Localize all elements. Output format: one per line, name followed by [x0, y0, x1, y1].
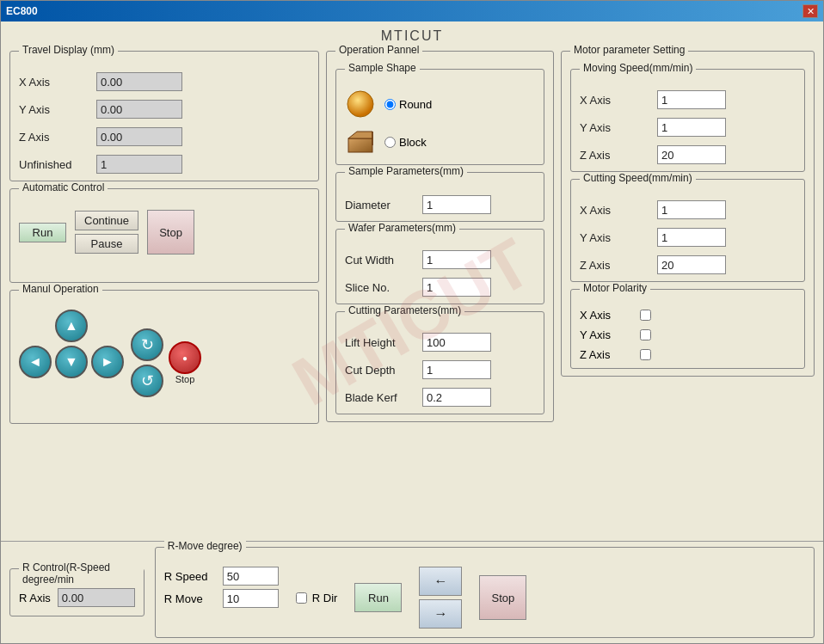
polarity-x-checkbox[interactable]: [640, 310, 651, 321]
cut-depth-input[interactable]: [422, 360, 491, 379]
lift-height-input[interactable]: [422, 333, 491, 352]
motor-polarity-title: Motor Polarity: [580, 282, 650, 294]
r-move-input[interactable]: [223, 589, 279, 608]
polarity-x-label: X Axis: [580, 309, 640, 322]
polarity-x-row: X Axis: [580, 309, 796, 322]
cutting-y-label: Y Axis: [580, 231, 657, 244]
z-axis-row: Z Axis: [19, 127, 310, 146]
continue-button[interactable]: Continue: [75, 211, 138, 230]
automatic-control-group: Automatic Control Run Continue Pause Sto…: [9, 188, 319, 283]
block-icon: [345, 126, 376, 157]
left-button[interactable]: ◄: [19, 346, 52, 378]
x-axis-label: X Axis: [19, 76, 96, 89]
manual-stop-button[interactable]: ●: [169, 341, 201, 374]
cut-depth-row: Cut Depth: [345, 360, 535, 379]
travel-display-group: Travel Display (mm) X Axis Y Axis Z Axis…: [9, 51, 319, 181]
r-run-button[interactable]: Run: [354, 583, 402, 612]
left-column: Travel Display (mm) X Axis Y Axis Z Axis…: [9, 51, 319, 537]
r-axis-input[interactable]: [58, 588, 135, 607]
stop-button-auto[interactable]: Stop: [147, 210, 194, 255]
round-radio-label[interactable]: Round: [384, 98, 432, 111]
cut-width-row: Cut Width: [345, 250, 535, 269]
polarity-y-checkbox[interactable]: [640, 329, 651, 340]
unfinished-row: Unfinished: [19, 155, 310, 174]
moving-speed-title: Moving Speed(mm/min): [580, 62, 696, 74]
moving-speed-group: Moving Speed(mm/min) X Axis Y Axis Z Axi…: [570, 69, 805, 172]
sample-parameters-group: Sample Parameters(mm) Diameter: [335, 172, 544, 222]
block-label: Block: [399, 136, 427, 149]
cutting-z-label: Z Axis: [580, 259, 657, 272]
cutting-speed-title: Cutting Speed(mm/min): [580, 172, 696, 184]
moving-x-row: X Axis: [580, 90, 796, 109]
polarity-z-checkbox[interactable]: [640, 349, 651, 360]
polarity-z-row: Z Axis: [580, 348, 796, 361]
empty-br: [91, 382, 124, 414]
polarity-y-row: Y Axis: [580, 328, 796, 341]
down-button[interactable]: ▼: [55, 346, 88, 378]
wafer-parameters-title: Wafer Parameters(mm): [345, 222, 459, 234]
up-button[interactable]: ▲: [55, 310, 88, 342]
x-axis-input[interactable]: [96, 72, 182, 91]
r-stop-button[interactable]: Stop: [479, 575, 526, 620]
block-radio[interactable]: [384, 137, 396, 148]
cut-width-input[interactable]: [422, 250, 491, 269]
x-axis-row: X Axis: [19, 72, 310, 91]
cutting-y-input[interactable]: [657, 228, 726, 247]
round-radio[interactable]: [384, 99, 396, 110]
svg-point-0: [347, 91, 373, 117]
run-button[interactable]: Run: [19, 223, 66, 242]
lift-height-row: Lift Height: [345, 333, 535, 352]
z-axis-label: Z Axis: [19, 131, 96, 144]
cutting-x-label: X Axis: [580, 204, 657, 217]
main-content: Travel Display (mm) X Axis Y Axis Z Axis…: [1, 47, 823, 541]
cutting-z-input[interactable]: [657, 255, 726, 274]
motor-parameter-title: Motor parameter Setting: [570, 44, 688, 56]
r-arrow-right-button[interactable]: →: [419, 599, 462, 629]
operation-panel-group: Operation Pannel Sample Shape: [326, 51, 554, 422]
sample-shape-title: Sample Shape: [345, 62, 420, 74]
polarity-z-label: Z Axis: [580, 348, 640, 361]
automatic-control-title: Automatic Control: [19, 181, 108, 193]
unfinished-label: Unfinished: [19, 158, 96, 171]
right-button[interactable]: ►: [91, 346, 124, 378]
z-axis-input[interactable]: [96, 127, 182, 146]
cutting-x-input[interactable]: [657, 200, 726, 219]
blade-kerf-input[interactable]: [422, 388, 491, 407]
empty-bm: [55, 382, 88, 414]
moving-z-input[interactable]: [657, 145, 726, 164]
r-dir-label: R Dir: [312, 592, 338, 604]
slice-no-label: Slice No.: [345, 281, 422, 294]
moving-x-label: X Axis: [580, 94, 657, 107]
r-move-group: R-Move degree) R Speed R Move R Dir: [155, 547, 815, 638]
title-bar: EC800 ✕: [1, 1, 823, 21]
cutting-parameters-title: Cutting Parameters(mm): [345, 304, 464, 316]
cutting-y-row: Y Axis: [580, 228, 796, 247]
block-radio-label[interactable]: Block: [384, 136, 427, 149]
round-row: Round: [345, 89, 535, 120]
manual-operation-group: Manul Operation ▲ ◄ ▼ ►: [9, 290, 319, 424]
wafer-parameters-group: Wafer Parameters(mm) Cut Width Slice No.: [335, 229, 544, 304]
moving-y-label: Y Axis: [580, 121, 657, 134]
window-title: EC800: [6, 5, 38, 17]
empty-tr: [91, 310, 124, 342]
r-speed-label: R Speed: [164, 570, 216, 583]
blade-kerf-row: Blade Kerf: [345, 388, 535, 407]
moving-x-input[interactable]: [657, 90, 726, 109]
pause-button[interactable]: Pause: [75, 234, 138, 254]
slice-no-row: Slice No.: [345, 278, 535, 297]
r-arrow-left-button[interactable]: ←: [419, 567, 462, 596]
rotate-cw-button[interactable]: ↻: [131, 328, 163, 361]
motor-parameter-group: Motor parameter Setting Moving Speed(mm/…: [561, 51, 815, 377]
rotate-ccw-button[interactable]: ↺: [131, 365, 163, 397]
svg-rect-1: [348, 138, 372, 152]
unfinished-input[interactable]: [96, 155, 182, 174]
moving-y-input[interactable]: [657, 118, 726, 137]
slice-no-input[interactable]: [422, 278, 491, 297]
diameter-input[interactable]: [422, 195, 491, 214]
r-dir-checkbox[interactable]: [296, 592, 307, 604]
close-button[interactable]: ✕: [802, 4, 818, 18]
manual-stop-label: Stop: [175, 374, 195, 384]
moving-y-row: Y Axis: [580, 118, 796, 137]
y-axis-input[interactable]: [96, 100, 182, 119]
r-speed-input[interactable]: [223, 567, 279, 586]
